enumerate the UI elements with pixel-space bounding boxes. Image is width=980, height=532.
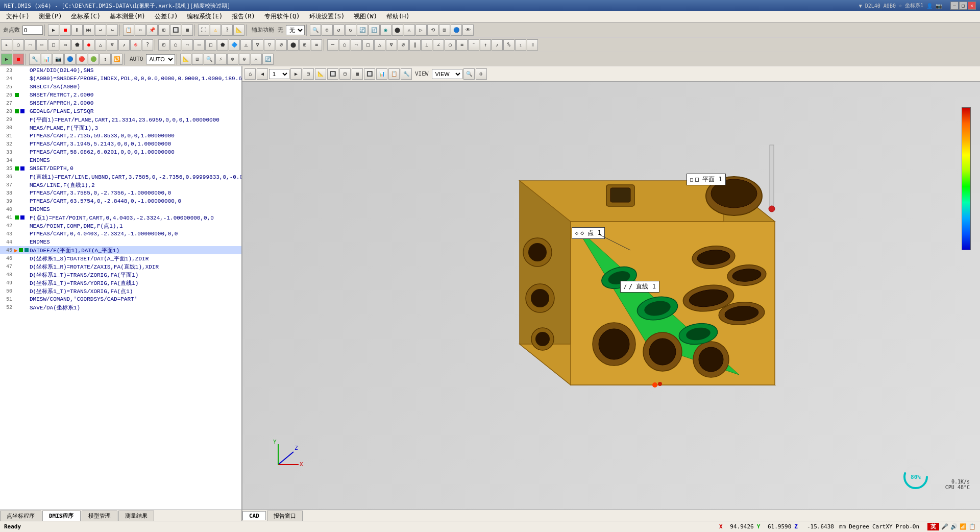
r2-btn-45[interactable]: Ⅱ (527, 39, 538, 51)
r3-run[interactable]: ▶ (1, 54, 12, 65)
view-btn-7[interactable]: 📊 (376, 68, 387, 80)
tb-btn-7[interactable]: 📋 (123, 25, 134, 36)
ime-icon[interactable]: 英 (927, 523, 939, 530)
tab-cad[interactable]: CAD (242, 511, 266, 520)
menu-measure[interactable]: 测量(P) (35, 11, 66, 22)
tb-btn-5[interactable]: ↩ (95, 25, 106, 36)
r2-btn-13[interactable]: ? (142, 39, 153, 51)
menu-program[interactable]: 编程系统(E) (183, 11, 227, 22)
r2-btn-36[interactable]: ⊥ (421, 39, 432, 51)
r3-btn-4[interactable]: 🔵 (64, 54, 76, 65)
r3-stop[interactable]: ■ (13, 54, 24, 65)
tab-report-window[interactable]: 报告窗口 (267, 511, 303, 521)
r2-btn-12[interactable]: ⊙ (130, 39, 141, 51)
menu-report[interactable]: 报告(R) (228, 11, 259, 22)
menu-help[interactable]: 帮助(H) (382, 11, 414, 22)
r3-btn-5[interactable]: 🔴 (76, 54, 87, 65)
minimize-button[interactable]: — (950, 2, 959, 10)
view-btn-8[interactable]: 📋 (388, 68, 400, 80)
r3-btn-3[interactable]: 📷 (53, 54, 64, 65)
r2-btn-23[interactable]: ▽ (264, 39, 275, 51)
tb-btn-14[interactable]: ⚠ (210, 25, 221, 36)
menu-special[interactable]: 专用软件(Q) (260, 11, 304, 22)
r2-btn-42[interactable]: ↗ (492, 39, 503, 51)
r3-btn-15[interactable]: △ (251, 54, 262, 65)
r2-btn-2[interactable]: ○ (13, 39, 24, 51)
r2-btn-3[interactable]: ⌒ (24, 39, 36, 51)
tb-btn-g2-5[interactable]: 🔄 (357, 25, 368, 36)
view-btn-5[interactable]: ▦ (352, 68, 363, 80)
r2-btn-16[interactable]: ⌒ (182, 39, 193, 51)
view-search[interactable]: 🔍 (463, 68, 475, 80)
menu-env[interactable]: 环境设置(S) (305, 11, 349, 22)
r3-btn-16[interactable]: 🔄 (262, 54, 274, 65)
tab-dmis[interactable]: DMIS程序 (42, 511, 81, 521)
tb-btn-6[interactable]: ↪ (107, 25, 118, 36)
r2-btn-41[interactable]: ↑ (480, 39, 491, 51)
tab-measure-results[interactable]: 测量结果 (118, 511, 154, 521)
tb-btn-2[interactable]: ■ (60, 25, 71, 36)
tb-btn-g2-11[interactable]: ⟲ (427, 25, 438, 36)
r2-btn-44[interactable]: ₁ (515, 39, 526, 51)
tb-btn-g2-8[interactable]: ⬤ (392, 25, 403, 36)
tb-btn-4[interactable]: ⏭ (83, 25, 94, 36)
menu-tolerance[interactable]: 公差(J) (151, 11, 182, 22)
r2-btn-38[interactable]: ○ (445, 39, 456, 51)
r3-btn-12[interactable]: ⚡ (215, 54, 227, 65)
r2-btn-17[interactable]: ⌓ (193, 39, 205, 51)
r2-btn-1[interactable]: ▸ (1, 39, 12, 51)
tb-btn-g2-1[interactable]: 🔍 (310, 25, 321, 36)
view-page-select[interactable]: 1 (269, 69, 289, 79)
r2-btn-31[interactable]: □ (362, 39, 374, 51)
r3-btn-13[interactable]: ⊕ (227, 54, 238, 65)
auxiliary-select[interactable]: 无 (286, 25, 305, 35)
menu-coord[interactable]: 坐标系(C) (67, 11, 105, 22)
maximize-button[interactable]: □ (959, 2, 967, 10)
r2-btn-43[interactable]: % (503, 39, 514, 51)
r2-btn-5[interactable]: □ (48, 39, 59, 51)
close-button[interactable]: ✕ (968, 2, 976, 10)
view-left[interactable]: ◀ (257, 68, 268, 80)
tb-btn-g2-4[interactable]: ↻ (345, 25, 356, 36)
tb-btn-10[interactable]: ⊞ (158, 25, 169, 36)
r2-btn-28[interactable]: ─ (327, 39, 338, 51)
r2-btn-37[interactable]: ∠ (433, 39, 444, 51)
code-area[interactable]: 23 OPEN/DID(D2L40),SNS 24 $(A0B0)=SNSDEF… (0, 66, 241, 510)
tb-btn-8[interactable]: ✂ (135, 25, 146, 36)
r3-btn-6[interactable]: 🟢 (88, 54, 99, 65)
r3-btn-10[interactable]: ⊞ (192, 54, 203, 65)
r2-btn-25[interactable]: ⬤ (287, 39, 299, 51)
tb-btn-9[interactable]: 📌 (146, 25, 158, 36)
r2-btn-7[interactable]: ⬟ (71, 39, 83, 51)
points-input[interactable] (22, 26, 43, 35)
tb-btn-1[interactable]: ▶ (48, 25, 59, 36)
r2-btn-27[interactable]: ≡ (311, 39, 322, 51)
r2-btn-32[interactable]: △ (374, 39, 385, 51)
view-btn-6[interactable]: 🔲 (364, 68, 375, 80)
view-btn-1[interactable]: ⊞ (303, 68, 314, 80)
r2-btn-15[interactable]: ○ (170, 39, 181, 51)
r2-btn-8[interactable]: ● (83, 39, 94, 51)
tb-btn-g2-13[interactable]: 🔵 (451, 25, 462, 36)
r2-btn-14[interactable]: ⊡ (158, 39, 169, 51)
tb-btn-g2-12[interactable]: ⊞ (439, 25, 450, 36)
tb-btn-11[interactable]: 🔲 (170, 25, 181, 36)
r2-btn-4[interactable]: ⌓ (36, 39, 47, 51)
view-select[interactable]: VIEW (432, 69, 462, 79)
tb-btn-g2-3[interactable]: ↺ (333, 25, 345, 36)
view-home[interactable]: ⌂ (244, 68, 256, 80)
view-btn-2[interactable]: 📐 (315, 68, 326, 80)
tb-btn-g2-10[interactable]: ▷ (415, 25, 427, 36)
tab-model-mgmt[interactable]: 模型管理 (82, 511, 117, 521)
r2-btn-39[interactable]: ≡ (456, 39, 468, 51)
menu-view[interactable]: 视图(W) (350, 11, 381, 22)
tb-btn-g2-7[interactable]: ◉ (380, 25, 391, 36)
r2-btn-19[interactable]: ⬟ (217, 39, 228, 51)
r2-btn-24[interactable]: ⌀ (276, 39, 287, 51)
tab-point-coords[interactable]: 点坐标程序 (0, 511, 41, 521)
r2-btn-10[interactable]: ⛛ (107, 39, 118, 51)
r2-btn-21[interactable]: △ (240, 39, 252, 51)
r2-btn-11[interactable]: ↗ (118, 39, 130, 51)
r2-btn-30[interactable]: ⌒ (351, 39, 362, 51)
r2-btn-9[interactable]: △ (95, 39, 106, 51)
